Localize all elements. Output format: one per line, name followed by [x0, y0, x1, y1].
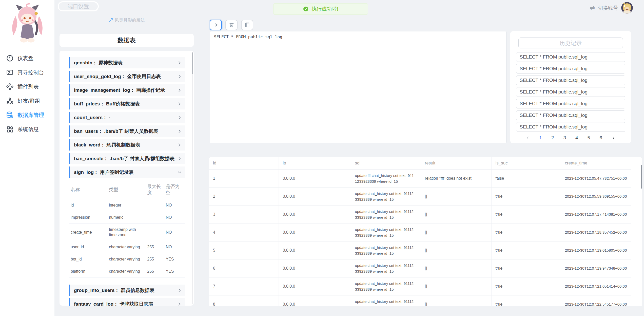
panel-divider	[60, 29, 194, 29]
port-settings-button[interactable]: 端口设置	[58, 1, 99, 11]
sidebar: 仪表盘真寻控制台插件列表好友/群组数据库管理系统信息	[0, 0, 54, 316]
schema-cell: timestamp with time zone	[107, 224, 145, 241]
table-name-label: sign_log： 用户签到记录表	[74, 170, 133, 175]
console-icon	[6, 69, 14, 76]
pagination-next-icon[interactable]	[612, 136, 616, 140]
results-row: 20.0.0.0update chat_history set text=911…	[209, 187, 631, 205]
sidebar-item-console[interactable]: 真寻控制台	[0, 65, 54, 80]
results-cell: true	[491, 295, 561, 306]
schema-cell: platform	[69, 265, 107, 277]
history-entry[interactable]: SELECT * FROM public.sql_log	[516, 52, 625, 62]
schema-row: user_idcharacter varying255NO	[69, 241, 185, 253]
schema-cell: integer	[107, 199, 145, 211]
table-list-item[interactable]: ban_console： .ban/b了 封禁人员/群组数据表	[69, 153, 185, 164]
pagination-page[interactable]: 6	[599, 135, 602, 141]
schema-row: bot_idcharacter varying255YES	[69, 253, 185, 265]
history-entry[interactable]: SELECT * FROM public.sql_log	[516, 122, 625, 132]
results-cell: update chat_history set text=91112339233…	[351, 295, 421, 306]
copy-button[interactable]	[241, 20, 253, 30]
sidebar-item-database[interactable]: 数据库管理	[0, 108, 54, 122]
table-list-item[interactable]: group_info_users： 群员信息数据表	[69, 285, 185, 296]
friends-icon	[6, 97, 14, 105]
pagination-page[interactable]: 2	[551, 135, 554, 141]
table-list-item[interactable]: image_management_log： 画廊操作记录	[69, 84, 185, 96]
history-title: 历史记录	[518, 38, 623, 48]
pagination-page[interactable]: 3	[563, 135, 566, 141]
tables-list: genshin： 原神数据表user_shop_gold_log： 金币使用日志…	[69, 57, 185, 306]
results-table-container: idipsqlresultis_succreate_time10.0.0.0up…	[209, 157, 642, 306]
results-column-header: ip	[279, 157, 351, 169]
sidebar-item-system[interactable]: 系统信息	[0, 122, 54, 136]
chevron-right-icon	[177, 88, 182, 93]
table-list-item[interactable]: count_users： -	[69, 112, 185, 123]
results-cell: update chat_history set text=91112339233…	[351, 187, 421, 205]
history-list: SELECT * FROM public.sql_logSELECT * FRO…	[516, 52, 625, 132]
table-list-item[interactable]: black_word： 惩罚机制数据表	[69, 139, 185, 151]
results-cell: []	[421, 277, 491, 295]
results-cell: 2023-12-30T12:07:19.015805+00:00	[561, 241, 631, 259]
results-cell: 2023-12-30T12:05:47.732751+00:00	[561, 169, 631, 187]
results-cell: true	[491, 205, 561, 223]
results-cell: 1	[209, 169, 279, 187]
history-entry[interactable]: SELECT * FROM public.sql_log	[516, 110, 625, 120]
pagination-page[interactable]: 4	[575, 135, 578, 141]
pagination-page[interactable]: 1	[539, 135, 542, 141]
table-name-label: buff_prices： Buff价格数据表	[74, 101, 140, 106]
clear-button[interactable]	[225, 20, 238, 30]
results-row: 30.0.0.0update chat_history set text=911…	[209, 205, 631, 223]
gauge-icon	[6, 54, 14, 62]
results-cell: 0.0.0.0	[279, 223, 351, 241]
history-entry[interactable]: SELECT * FROM public.sql_log	[516, 76, 625, 85]
results-cell: false	[491, 169, 561, 187]
table-list-item[interactable]: buff_prices： Buff价格数据表	[69, 98, 185, 109]
sidebar-item-label: 真寻控制台	[17, 69, 44, 76]
pagination-page[interactable]: 5	[588, 135, 590, 141]
table-list-item[interactable]: user_shop_gold_log： 金币使用日志表	[69, 71, 185, 82]
results-column-header: create_time	[561, 157, 631, 169]
results-scrollbar-thumb[interactable]	[641, 165, 642, 189]
chevron-right-icon	[177, 156, 182, 161]
database-management-page: 仪表盘真寻控制台插件列表好友/群组数据库管理系统信息 端口设置 执行成功啦! ⇌…	[0, 0, 644, 316]
table-name-label: black_word： 惩罚机制数据表	[74, 142, 140, 147]
sql-editor-input[interactable]: SELECT * FROM public.sql_log	[210, 31, 506, 143]
watermark-text: 风灵月影的魔法	[115, 17, 145, 23]
trash-icon	[229, 22, 235, 28]
table-list-item[interactable]: ban_users： .ban/b了 封禁人员数据表	[69, 125, 185, 137]
chevron-right-icon	[177, 302, 182, 306]
schema-row: create_timetimestamp with time zoneNO	[69, 224, 185, 241]
results-cell: 2023-12-30T12:07:19.947348+00:00	[561, 259, 631, 277]
chevron-right-icon	[177, 129, 182, 134]
schema-row: platformcharacter varying255YES	[69, 265, 185, 277]
sidebar-item-friends[interactable]: 好友/群组	[0, 94, 54, 108]
results-table: idipsqlresultis_succreate_time10.0.0.0up…	[209, 157, 631, 306]
chevron-right-icon	[177, 115, 182, 120]
chevron-right-icon	[177, 74, 182, 79]
results-cell: update chat_history set text=91112339233…	[351, 259, 421, 277]
sidebar-item-label: 数据库管理	[17, 111, 44, 119]
list-scrollbar-thumb[interactable]	[192, 52, 193, 74]
results-cell: update chat_history set text=91112339233…	[351, 205, 421, 223]
user-avatar[interactable]	[621, 2, 633, 14]
table-list-item[interactable]: sign_log： 用户签到记录表	[69, 166, 185, 178]
history-entry[interactable]: SELECT * FROM public.sql_log	[516, 64, 625, 73]
switch-account[interactable]: ⇌ 切换账号	[590, 2, 633, 14]
pagination-prev-icon[interactable]	[526, 136, 530, 140]
results-cell: 5	[209, 241, 279, 259]
sidebar-item-plugins[interactable]: 插件列表	[0, 80, 54, 94]
table-list-item[interactable]: fantasy_card_log： 卡牌获取日志表	[69, 298, 185, 306]
run-button[interactable]	[210, 20, 222, 30]
sidebar-item-label: 系统信息	[17, 126, 39, 133]
schema-cell	[145, 211, 164, 224]
history-entry[interactable]: SELECT * FROM public.sql_log	[516, 87, 625, 97]
schema-cell: create_time	[69, 224, 107, 241]
results-row: 80.0.0.0update chat_history set text=911…	[209, 295, 631, 306]
results-cell: 2023-12-30T12:07:18.357452+00:00	[561, 223, 631, 241]
history-entry[interactable]: SELECT * FROM public.sql_log	[516, 99, 625, 108]
results-cell: true	[491, 187, 561, 205]
results-cell: true	[491, 223, 561, 241]
table-name-label: image_management_log： 画廊操作记录	[74, 87, 165, 93]
results-cell: 2023-12-30T12:07:21.051414+00:00	[561, 277, 631, 295]
table-list-item[interactable]: genshin： 原神数据表	[69, 57, 185, 68]
sidebar-item-dashboard[interactable]: 仪表盘	[0, 51, 54, 65]
schema-cell: NO	[164, 211, 185, 224]
